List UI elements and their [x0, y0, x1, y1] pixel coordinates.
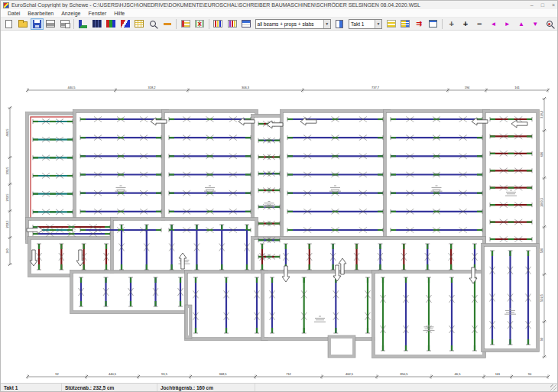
status-takt: Takt 1	[1, 384, 62, 391]
window-controls: – □ ×	[530, 2, 555, 9]
chevron-down-icon[interactable]: ▼	[375, 20, 381, 28]
slab-diagonal-icon	[121, 20, 130, 28]
toolbar-separator	[73, 19, 74, 29]
chart-bars-button[interactable]	[212, 18, 225, 30]
menu-datei[interactable]: Datei	[4, 9, 24, 18]
svg-text:440,5: 440,5	[109, 372, 117, 376]
svg-text:1000,5: 1000,5	[540, 197, 543, 207]
close-button[interactable]: ×	[552, 2, 555, 9]
zoom-in-button[interactable]	[459, 18, 472, 30]
app-window: EuroSchal Copyright by Schewe - C:\USERS…	[0, 0, 558, 392]
floor-plan-canvas[interactable]: 440,5318,2306,3737,719416192440,593,5368…	[1, 31, 557, 383]
takt-select-combobox[interactable]: Takt 1▼	[349, 19, 382, 29]
svg-text:368,5: 368,5	[219, 372, 227, 376]
svg-text:737,7: 737,7	[371, 86, 380, 89]
status-spacer	[255, 384, 557, 391]
zoom-out-button[interactable]	[473, 18, 486, 30]
menu-anzeige[interactable]: Anzeige	[57, 9, 84, 18]
svg-text:318,2: 318,2	[540, 110, 543, 118]
takt-lines-button[interactable]	[384, 18, 397, 30]
grid-edit-icon	[181, 20, 190, 28]
svg-text:460,5: 460,5	[5, 128, 9, 137]
print-copy-icon	[60, 20, 70, 28]
takt-move-button[interactable]	[413, 18, 426, 30]
pan-button[interactable]	[445, 18, 458, 30]
pan-right-icon	[504, 21, 511, 28]
zoom-search-button[interactable]	[543, 18, 556, 30]
takt-grid-button[interactable]	[398, 18, 411, 30]
measure-button[interactable]	[161, 18, 174, 30]
display-mode-combobox[interactable]: all beams + props + slabs▼	[255, 19, 331, 29]
drawing-area[interactable]: 440,5318,2306,3737,719416192440,593,5368…	[1, 31, 557, 383]
slab-dark-icon	[92, 20, 102, 28]
svg-text:46,5: 46,5	[455, 372, 462, 376]
chart-edit-button[interactable]	[225, 18, 238, 30]
save-button[interactable]	[31, 18, 44, 30]
zoom-out-icon	[477, 19, 482, 28]
window-tile-button[interactable]	[427, 18, 440, 30]
grid-delete-icon	[195, 20, 204, 28]
table-grid-button[interactable]	[132, 18, 145, 30]
new-document-button[interactable]	[2, 18, 15, 30]
menu-hilfe[interactable]: Hilfe	[110, 9, 128, 18]
print-copy-button[interactable]	[58, 18, 71, 30]
takt-move-icon	[416, 20, 422, 28]
pan-right-button[interactable]	[501, 18, 514, 30]
svg-text:232,5: 232,5	[5, 193, 9, 202]
zoom-search-icon	[547, 21, 553, 27]
svg-text:520: 520	[540, 248, 543, 253]
new-document-icon	[5, 20, 12, 28]
takt-lines-icon	[387, 20, 396, 28]
open-folder-button[interactable]	[16, 18, 29, 30]
print-button[interactable]	[44, 18, 57, 30]
menu-fenster[interactable]: Fenster	[85, 9, 111, 18]
svg-text:306,3: 306,3	[242, 86, 250, 89]
maximize-button[interactable]: □	[541, 2, 544, 9]
save-icon	[33, 20, 41, 28]
wall-tool-button[interactable]	[76, 18, 89, 30]
toolbar-separator	[209, 19, 209, 29]
svg-text:462,5: 462,5	[346, 372, 354, 376]
title-bar: EuroSchal Copyright by Schewe - C:\USERS…	[1, 1, 557, 9]
window-title: EuroSchal Copyright by Schewe - C:\USERS…	[11, 2, 526, 8]
pan-down-icon	[532, 21, 538, 28]
takt-select-value: Takt 1	[349, 20, 375, 28]
pan-down-button[interactable]	[529, 18, 542, 30]
resize-grip[interactable]	[550, 384, 556, 390]
menu-bearbeiten[interactable]: Bearbeiten	[24, 9, 57, 18]
svg-text:161: 161	[495, 372, 501, 376]
pan-icon	[449, 19, 454, 28]
takt-page-button[interactable]	[333, 18, 346, 30]
window-tile-icon	[429, 20, 437, 28]
pan-up-button[interactable]	[514, 18, 527, 30]
table-grid-icon	[135, 20, 144, 28]
wall-tool-icon	[79, 20, 87, 28]
svg-text:232,5: 232,5	[5, 167, 9, 175]
zoom-window-button[interactable]	[147, 18, 160, 30]
app-logo-icon	[3, 2, 9, 8]
grid-edit-button[interactable]	[179, 18, 192, 30]
pan-left-icon	[491, 21, 497, 28]
svg-text:232,5: 232,5	[5, 220, 9, 228]
slab-diagonal-button[interactable]	[118, 18, 131, 30]
pan-left-button[interactable]	[487, 18, 500, 30]
pan-up-icon	[518, 21, 524, 28]
menu-bar: DateiBearbeitenAnzeigeFensterHilfe	[1, 9, 557, 18]
minimize-button[interactable]: –	[530, 2, 534, 9]
svg-text:194: 194	[465, 86, 470, 89]
parts-list-icon	[242, 20, 251, 28]
grid-delete-button[interactable]	[193, 18, 206, 30]
print-icon	[46, 20, 55, 28]
chevron-down-icon[interactable]: ▼	[323, 20, 330, 28]
svg-text:161: 161	[514, 86, 520, 89]
zoom-window-icon	[150, 21, 156, 27]
slab-dark-button[interactable]	[91, 18, 104, 30]
svg-text:440,5: 440,5	[67, 86, 76, 89]
parts-list-button[interactable]	[239, 18, 252, 30]
svg-text:606: 606	[540, 151, 543, 157]
status-jochtraegerabstand: Jochträgerab.: 160 cm	[157, 384, 255, 391]
slab-colored-button[interactable]	[105, 18, 118, 30]
status-bar: Takt 1 Stützenab.: 232,5 cm Jochträgerab…	[1, 383, 557, 391]
svg-text:850,5: 850,5	[400, 372, 408, 376]
takt-grid-icon	[401, 20, 410, 28]
